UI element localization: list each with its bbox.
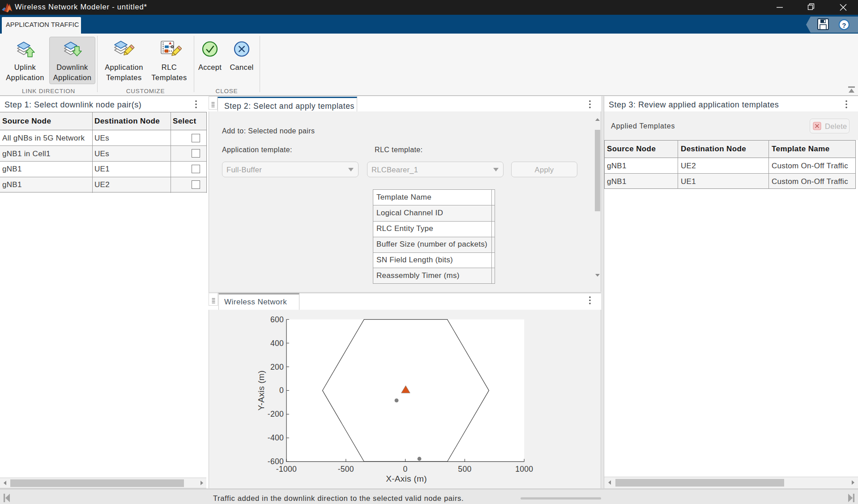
svg-text:-400: -400 <box>268 433 284 442</box>
svg-text:500: 500 <box>458 465 471 474</box>
svg-text:-500: -500 <box>338 465 354 474</box>
svg-text:X-Axis (m): X-Axis (m) <box>386 474 427 483</box>
svg-text:Y-Axis (m): Y-Axis (m) <box>256 370 266 410</box>
svg-text:0: 0 <box>403 465 408 474</box>
svg-text:-1000: -1000 <box>276 465 297 474</box>
svg-text:400: 400 <box>270 339 284 348</box>
svg-text:?: ? <box>842 21 846 29</box>
svg-text:1000: 1000 <box>515 465 533 474</box>
svg-text:600: 600 <box>270 315 284 324</box>
svg-text:200: 200 <box>270 363 284 372</box>
svg-text:-200: -200 <box>268 410 284 419</box>
svg-text:0: 0 <box>279 386 284 395</box>
